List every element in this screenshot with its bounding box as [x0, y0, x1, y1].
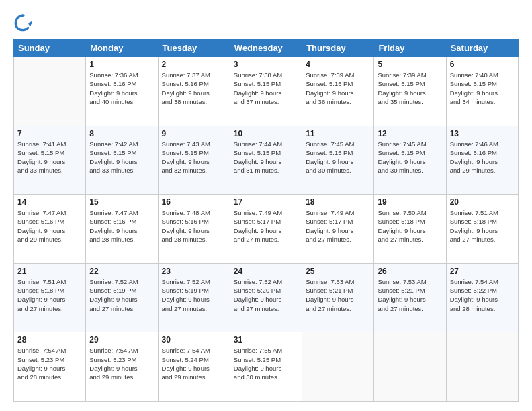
day-number: 21	[17, 267, 82, 276]
day-cell: 31Sunrise: 7:55 AM Sunset: 5:25 PM Dayli…	[230, 332, 302, 402]
day-number: 10	[234, 129, 298, 138]
day-number: 28	[17, 335, 82, 345]
day-cell: 29Sunrise: 7:54 AM Sunset: 5:23 PM Dayli…	[86, 332, 158, 402]
day-detail: Sunrise: 7:45 AM Sunset: 5:15 PM Dayligh…	[306, 140, 370, 175]
day-detail: Sunrise: 7:55 AM Sunset: 5:25 PM Dayligh…	[234, 346, 298, 381]
day-number: 20	[450, 197, 515, 207]
calendar-header: SundayMondayTuesdayWednesdayThursdayFrid…	[14, 40, 519, 57]
weekday-tuesday: Tuesday	[158, 40, 230, 57]
day-cell: 4Sunrise: 7:39 AM Sunset: 5:15 PM Daylig…	[302, 57, 374, 126]
weekday-header-row: SundayMondayTuesdayWednesdayThursdayFrid…	[14, 40, 519, 57]
day-detail: Sunrise: 7:41 AM Sunset: 5:15 PM Dayligh…	[17, 140, 82, 175]
header	[13, 12, 519, 32]
day-detail: Sunrise: 7:44 AM Sunset: 5:15 PM Dayligh…	[234, 140, 298, 175]
week-row-2: 14Sunrise: 7:47 AM Sunset: 5:16 PM Dayli…	[14, 195, 519, 264]
weekday-sunday: Sunday	[14, 40, 86, 57]
day-number: 13	[450, 129, 515, 138]
day-detail: Sunrise: 7:45 AM Sunset: 5:15 PM Dayligh…	[378, 140, 442, 175]
day-cell: 25Sunrise: 7:53 AM Sunset: 5:21 PM Dayli…	[302, 263, 374, 332]
logo-icon	[13, 12, 34, 32]
day-detail: Sunrise: 7:54 AM Sunset: 5:23 PM Dayligh…	[17, 346, 82, 381]
calendar-table: SundayMondayTuesdayWednesdayThursdayFrid…	[13, 39, 519, 402]
week-row-4: 28Sunrise: 7:54 AM Sunset: 5:23 PM Dayli…	[14, 332, 519, 402]
logo	[13, 12, 36, 32]
day-number: 6	[450, 60, 515, 69]
day-cell: 16Sunrise: 7:48 AM Sunset: 5:16 PM Dayli…	[158, 195, 230, 264]
day-cell	[14, 57, 86, 126]
day-detail: Sunrise: 7:38 AM Sunset: 5:15 PM Dayligh…	[234, 71, 298, 106]
day-cell: 3Sunrise: 7:38 AM Sunset: 5:15 PM Daylig…	[230, 57, 302, 126]
day-cell: 7Sunrise: 7:41 AM Sunset: 5:15 PM Daylig…	[14, 126, 86, 195]
weekday-saturday: Saturday	[446, 40, 518, 57]
day-cell: 23Sunrise: 7:52 AM Sunset: 5:19 PM Dayli…	[158, 263, 230, 332]
day-cell: 20Sunrise: 7:51 AM Sunset: 5:18 PM Dayli…	[446, 195, 518, 264]
week-row-1: 7Sunrise: 7:41 AM Sunset: 5:15 PM Daylig…	[14, 126, 519, 195]
day-cell	[302, 332, 374, 402]
day-detail: Sunrise: 7:46 AM Sunset: 5:16 PM Dayligh…	[450, 140, 515, 175]
day-cell: 15Sunrise: 7:47 AM Sunset: 5:16 PM Dayli…	[86, 195, 158, 264]
day-detail: Sunrise: 7:52 AM Sunset: 5:19 PM Dayligh…	[89, 277, 154, 313]
day-cell: 1Sunrise: 7:36 AM Sunset: 5:16 PM Daylig…	[86, 57, 158, 126]
day-cell	[446, 332, 518, 402]
day-number: 15	[89, 197, 154, 207]
day-cell: 30Sunrise: 7:54 AM Sunset: 5:24 PM Dayli…	[158, 332, 230, 402]
day-detail: Sunrise: 7:37 AM Sunset: 5:16 PM Dayligh…	[162, 71, 226, 106]
day-cell: 28Sunrise: 7:54 AM Sunset: 5:23 PM Dayli…	[14, 332, 86, 402]
day-cell: 24Sunrise: 7:52 AM Sunset: 5:20 PM Dayli…	[230, 263, 302, 332]
day-detail: Sunrise: 7:51 AM Sunset: 5:18 PM Dayligh…	[450, 208, 515, 244]
day-number: 31	[234, 335, 298, 345]
day-cell: 12Sunrise: 7:45 AM Sunset: 5:15 PM Dayli…	[374, 126, 446, 195]
day-detail: Sunrise: 7:50 AM Sunset: 5:18 PM Dayligh…	[378, 208, 442, 244]
day-detail: Sunrise: 7:53 AM Sunset: 5:21 PM Dayligh…	[378, 277, 442, 313]
day-cell: 17Sunrise: 7:49 AM Sunset: 5:17 PM Dayli…	[230, 195, 302, 264]
day-detail: Sunrise: 7:47 AM Sunset: 5:16 PM Dayligh…	[89, 208, 154, 244]
day-detail: Sunrise: 7:36 AM Sunset: 5:16 PM Dayligh…	[89, 71, 154, 106]
day-cell	[374, 332, 446, 402]
day-number: 23	[162, 267, 226, 276]
day-detail: Sunrise: 7:52 AM Sunset: 5:20 PM Dayligh…	[234, 277, 298, 313]
day-number: 26	[378, 267, 442, 276]
weekday-thursday: Thursday	[302, 40, 374, 57]
day-number: 18	[306, 197, 370, 207]
page: SundayMondayTuesdayWednesdayThursdayFrid…	[0, 0, 532, 411]
day-detail: Sunrise: 7:49 AM Sunset: 5:17 PM Dayligh…	[306, 208, 370, 244]
day-number: 29	[89, 335, 154, 345]
day-detail: Sunrise: 7:43 AM Sunset: 5:15 PM Dayligh…	[162, 140, 226, 175]
weekday-wednesday: Wednesday	[230, 40, 302, 57]
day-number: 7	[17, 129, 82, 138]
day-cell: 2Sunrise: 7:37 AM Sunset: 5:16 PM Daylig…	[158, 57, 230, 126]
week-row-3: 21Sunrise: 7:51 AM Sunset: 5:18 PM Dayli…	[14, 263, 519, 332]
day-cell: 14Sunrise: 7:47 AM Sunset: 5:16 PM Dayli…	[14, 195, 86, 264]
day-detail: Sunrise: 7:39 AM Sunset: 5:15 PM Dayligh…	[306, 71, 370, 106]
day-number: 5	[378, 60, 442, 69]
day-detail: Sunrise: 7:52 AM Sunset: 5:19 PM Dayligh…	[162, 277, 226, 313]
day-detail: Sunrise: 7:51 AM Sunset: 5:18 PM Dayligh…	[17, 277, 82, 313]
day-cell: 6Sunrise: 7:40 AM Sunset: 5:15 PM Daylig…	[446, 57, 518, 126]
day-detail: Sunrise: 7:47 AM Sunset: 5:16 PM Dayligh…	[17, 208, 82, 244]
day-number: 4	[306, 60, 370, 69]
day-cell: 13Sunrise: 7:46 AM Sunset: 5:16 PM Dayli…	[446, 126, 518, 195]
day-cell: 9Sunrise: 7:43 AM Sunset: 5:15 PM Daylig…	[158, 126, 230, 195]
day-detail: Sunrise: 7:39 AM Sunset: 5:15 PM Dayligh…	[378, 71, 442, 106]
day-cell: 22Sunrise: 7:52 AM Sunset: 5:19 PM Dayli…	[86, 263, 158, 332]
day-detail: Sunrise: 7:42 AM Sunset: 5:15 PM Dayligh…	[89, 140, 154, 175]
day-detail: Sunrise: 7:40 AM Sunset: 5:15 PM Dayligh…	[450, 71, 515, 106]
day-cell: 8Sunrise: 7:42 AM Sunset: 5:15 PM Daylig…	[86, 126, 158, 195]
svg-marker-0	[28, 21, 33, 26]
day-cell: 26Sunrise: 7:53 AM Sunset: 5:21 PM Dayli…	[374, 263, 446, 332]
day-detail: Sunrise: 7:54 AM Sunset: 5:22 PM Dayligh…	[450, 277, 515, 313]
day-number: 2	[162, 60, 226, 69]
day-number: 25	[306, 267, 370, 276]
day-cell: 5Sunrise: 7:39 AM Sunset: 5:15 PM Daylig…	[374, 57, 446, 126]
day-number: 30	[162, 335, 226, 345]
day-detail: Sunrise: 7:54 AM Sunset: 5:24 PM Dayligh…	[162, 346, 226, 381]
day-number: 9	[162, 129, 226, 138]
day-number: 27	[450, 267, 515, 276]
day-cell: 11Sunrise: 7:45 AM Sunset: 5:15 PM Dayli…	[302, 126, 374, 195]
day-number: 12	[378, 129, 442, 138]
day-number: 1	[89, 60, 154, 69]
day-number: 17	[234, 197, 298, 207]
calendar-body: 1Sunrise: 7:36 AM Sunset: 5:16 PM Daylig…	[14, 57, 519, 402]
weekday-friday: Friday	[374, 40, 446, 57]
day-detail: Sunrise: 7:49 AM Sunset: 5:17 PM Dayligh…	[234, 208, 298, 244]
